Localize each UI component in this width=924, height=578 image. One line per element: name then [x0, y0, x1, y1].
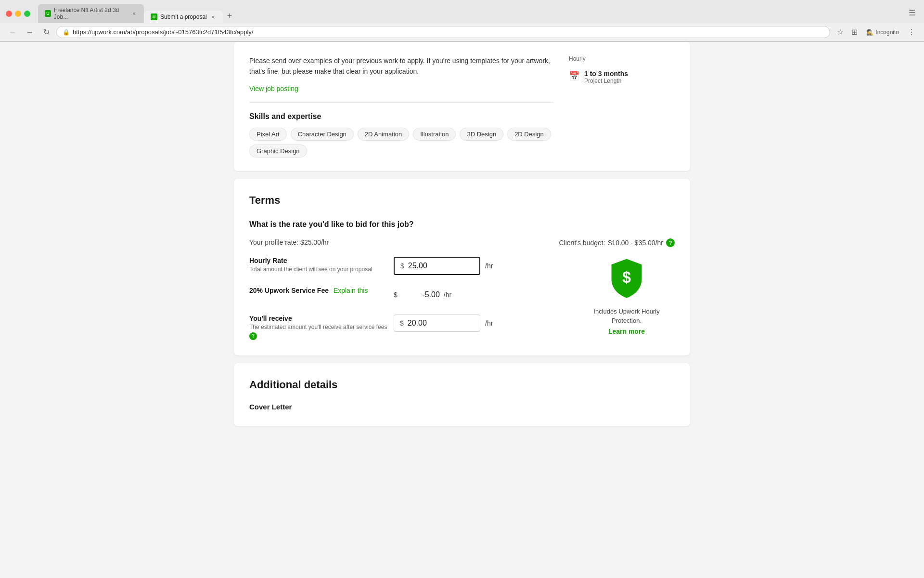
- back-button[interactable]: ←: [6, 27, 19, 38]
- hourly-rate-input-wrapper[interactable]: $: [394, 257, 480, 275]
- tab-list-button[interactable]: ☰: [906, 7, 918, 18]
- main-container: Please send over examples of your previo…: [226, 42, 698, 426]
- shield-text: Includes Upwork Hourly Protection.: [578, 307, 675, 326]
- profile-rate-label: Your profile rate:: [249, 238, 298, 246]
- service-fee-row: 20% Upwork Service Fee Explain this $ -5…: [249, 287, 559, 303]
- incognito-icon: 🕵: [866, 29, 873, 36]
- nav-actions: ☆ ⊞ 🕵 Incognito ⋮: [834, 26, 918, 38]
- tab-submit-proposal[interactable]: U Submit a proposal ×: [144, 11, 223, 23]
- page-content: Please send over examples of your previo…: [0, 42, 924, 578]
- skills-divider: [249, 102, 553, 103]
- skill-graphic-design: Graphic Design: [249, 144, 307, 158]
- hourly-rate-input[interactable]: [408, 262, 474, 270]
- terms-right: $ Includes Upwork Hourly Protection. Lea…: [578, 257, 675, 340]
- tab-close-2[interactable]: ×: [210, 13, 217, 20]
- svg-text:$: $: [622, 269, 631, 286]
- browser-chrome: U Freelance Nft Artist 2d 3d Job... × U …: [0, 0, 924, 42]
- tab-title-2: Submit a proposal: [160, 13, 207, 20]
- fee-per-hr: /hr: [444, 291, 451, 299]
- view-job-link[interactable]: View job posting: [249, 85, 298, 92]
- terms-left: Hourly Rate Total amount the client will…: [249, 257, 559, 340]
- shield-icon: $: [605, 257, 648, 300]
- receive-sublabel: The estimated amount you'll receive afte…: [249, 324, 394, 330]
- hourly-rate-sublabel: Total amount the client will see on your…: [249, 266, 394, 273]
- menu-button[interactable]: ⋮: [905, 26, 918, 38]
- skills-row: Pixel Art Character Design 2D Animation …: [249, 128, 553, 158]
- job-intro-right: Hourly 📅 1 to 3 months Project Length: [569, 55, 675, 158]
- project-length-label: Project Length: [584, 78, 628, 84]
- receive-label: You'll receive: [249, 315, 394, 322]
- client-budget-label: Client's budget:: [559, 239, 605, 247]
- terms-content: Hourly Rate Total amount the client will…: [249, 257, 675, 340]
- project-length-item: 📅 1 to 3 months Project Length: [569, 70, 675, 84]
- fee-amount-value: -5.00: [401, 290, 440, 299]
- project-length-info: 1 to 3 months Project Length: [584, 70, 628, 84]
- additional-title: Additional details: [249, 379, 675, 391]
- receive-amount-input[interactable]: [408, 319, 474, 328]
- profile-rate-value: $25.00/hr: [300, 238, 329, 246]
- incognito-badge: 🕵 Incognito: [862, 26, 903, 38]
- receive-per-hr: /hr: [485, 319, 493, 327]
- service-fee-label: 20% Upwork Service Fee: [249, 287, 329, 294]
- skills-section-label: Skills and expertise: [249, 112, 553, 121]
- youll-receive-row: You'll receive The estimated amount you'…: [249, 315, 559, 340]
- lock-icon: 🔒: [63, 29, 70, 36]
- skill-2d-design: 2D Design: [507, 128, 551, 141]
- client-budget-help-icon[interactable]: ?: [666, 238, 675, 247]
- reload-button[interactable]: ↻: [40, 26, 52, 38]
- hourly-rate-label-col: Hourly Rate Total amount the client will…: [249, 257, 394, 273]
- new-tab-button[interactable]: +: [223, 11, 236, 23]
- project-length-value: 1 to 3 months: [584, 70, 628, 78]
- service-fee-label-col: 20% Upwork Service Fee Explain this: [249, 287, 394, 294]
- hourly-rate-label: Hourly Rate: [249, 257, 394, 264]
- incognito-label: Incognito: [875, 29, 899, 36]
- bookmark-button[interactable]: ☆: [834, 26, 847, 38]
- minimize-window-button[interactable]: [15, 11, 21, 17]
- hourly-rate-row: Hourly Rate Total amount the client will…: [249, 257, 559, 275]
- skill-character-design: Character Design: [291, 128, 354, 141]
- skill-illustration: Illustration: [413, 128, 456, 141]
- client-budget: Client's budget: $10.00 - $35.00/hr ?: [559, 238, 675, 247]
- tab-favicon-1: U: [45, 10, 51, 17]
- job-description-card: Please send over examples of your previo…: [234, 42, 690, 171]
- tab-title-1: Freelance Nft Artist 2d 3d Job...: [54, 7, 128, 20]
- terms-title: Terms: [249, 194, 675, 207]
- window-controls: [6, 11, 30, 17]
- receive-input-col: $ /hr: [394, 315, 493, 332]
- hourly-per-hr: /hr: [485, 262, 493, 270]
- client-budget-value: $10.00 - $35.00/hr: [608, 239, 663, 247]
- job-intro-left: Please send over examples of your previo…: [249, 55, 553, 158]
- maximize-window-button[interactable]: [24, 11, 30, 17]
- hourly-dollar-sign: $: [400, 262, 404, 270]
- skill-pixel-art: Pixel Art: [249, 128, 287, 141]
- cover-letter-label: Cover Letter: [249, 403, 675, 411]
- address-bar[interactable]: 🔒 https://upwork.com/ab/proposals/job/~0…: [56, 26, 830, 38]
- nav-bar: ← → ↻ 🔒 https://upwork.com/ab/proposals/…: [0, 23, 924, 41]
- service-fee-amount: $ -5.00 /hr: [394, 287, 451, 303]
- terms-card: Terms What is the rate you'd like to bid…: [234, 179, 690, 355]
- learn-more-link[interactable]: Learn more: [608, 328, 645, 335]
- tab-close-1[interactable]: ×: [131, 10, 137, 17]
- tab-freelance-nft[interactable]: U Freelance Nft Artist 2d 3d Job... ×: [38, 4, 144, 23]
- url-text: https://upwork.com/ab/proposals/job/~015…: [73, 28, 824, 36]
- rate-info-row: Your profile rate: $25.00/hr Client's bu…: [249, 238, 675, 247]
- explain-this-link[interactable]: Explain this: [334, 287, 368, 294]
- rate-question: What is the rate you'd like to bid for t…: [249, 220, 675, 229]
- tabs-row: U Freelance Nft Artist 2d 3d Job... × U …: [38, 4, 236, 23]
- receive-help-icon[interactable]: ?: [249, 332, 257, 340]
- calendar-icon: 📅: [569, 71, 579, 81]
- tab-favicon-2: U: [151, 13, 157, 20]
- skill-3d-design: 3D Design: [460, 128, 503, 141]
- job-intro-layout: Please send over examples of your previo…: [249, 55, 675, 158]
- title-bar: U Freelance Nft Artist 2d 3d Job... × U …: [0, 0, 924, 23]
- forward-button[interactable]: →: [23, 27, 37, 38]
- receive-input-wrapper: $: [394, 315, 480, 332]
- job-description-text: Please send over examples of your previo…: [249, 55, 553, 77]
- rate-type-item: Hourly: [569, 55, 675, 62]
- close-window-button[interactable]: [6, 11, 12, 17]
- shield-container: $ Includes Upwork Hourly Protection. Lea…: [578, 257, 675, 335]
- rate-type-value: Hourly: [569, 55, 586, 62]
- shield-protection-text: Includes Upwork Hourly Protection.: [593, 308, 659, 325]
- receive-label-col: You'll receive The estimated amount you'…: [249, 315, 394, 340]
- extensions-button[interactable]: ⊞: [848, 26, 860, 38]
